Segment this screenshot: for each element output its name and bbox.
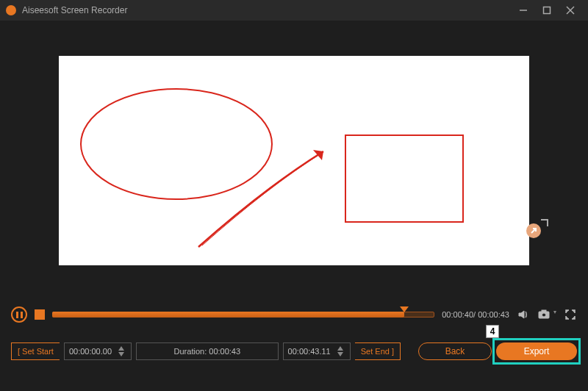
svg-marker-12 xyxy=(118,352,124,356)
start-time-input[interactable]: 00:00:00.00 xyxy=(64,342,132,360)
stop-button[interactable] xyxy=(35,309,45,320)
svg-rect-1 xyxy=(544,7,551,14)
minimize-button[interactable] xyxy=(512,0,535,21)
maximize-button[interactable] xyxy=(535,0,559,21)
start-up-icon[interactable] xyxy=(116,345,126,351)
pause-button[interactable] xyxy=(11,306,27,323)
svg-marker-13 xyxy=(337,346,343,351)
duration-display: Duration: 00:00:43 xyxy=(136,342,279,360)
set-start-button[interactable]: [ Set Start xyxy=(11,342,60,360)
svg-point-9 xyxy=(542,313,546,317)
timeline-slider[interactable] xyxy=(52,309,434,320)
snapshot-icon[interactable] xyxy=(537,308,551,321)
svg-rect-10 xyxy=(542,310,546,312)
svg-marker-5 xyxy=(313,150,323,160)
svg-marker-14 xyxy=(337,352,343,356)
time-display: 00:00:40/ 00:00:43 xyxy=(442,310,509,319)
export-button[interactable]: Export xyxy=(496,342,577,360)
svg-marker-11 xyxy=(118,346,124,351)
start-down-icon[interactable] xyxy=(116,351,126,357)
end-down-icon[interactable] xyxy=(335,351,345,357)
trim-bar: [ Set Start 00:00:00.00 Duration: 00:00:… xyxy=(0,329,588,373)
snapshot-dropdown-icon[interactable]: ▾ xyxy=(553,309,556,315)
preview-stage xyxy=(0,21,588,300)
svg-point-4 xyxy=(81,89,272,199)
back-button[interactable]: Back xyxy=(418,342,492,360)
close-button[interactable] xyxy=(559,0,582,21)
end-time-input[interactable]: 00:00:43.11 xyxy=(283,342,351,360)
step-annotation: 4 xyxy=(486,325,499,338)
volume-icon[interactable] xyxy=(517,308,530,321)
popout-button[interactable] xyxy=(526,223,544,241)
fullscreen-icon[interactable] xyxy=(564,308,577,321)
app-title: Aiseesoft Screen Recorder xyxy=(22,5,127,15)
player-controls: 00:00:40/ 00:00:43 ▾ xyxy=(0,300,588,329)
video-preview[interactable] xyxy=(59,56,529,265)
titlebar: Aiseesoft Screen Recorder xyxy=(0,0,588,21)
svg-rect-6 xyxy=(345,135,463,222)
end-up-icon[interactable] xyxy=(335,345,345,351)
app-logo xyxy=(6,5,16,15)
set-end-button[interactable]: Set End ] xyxy=(355,342,401,360)
